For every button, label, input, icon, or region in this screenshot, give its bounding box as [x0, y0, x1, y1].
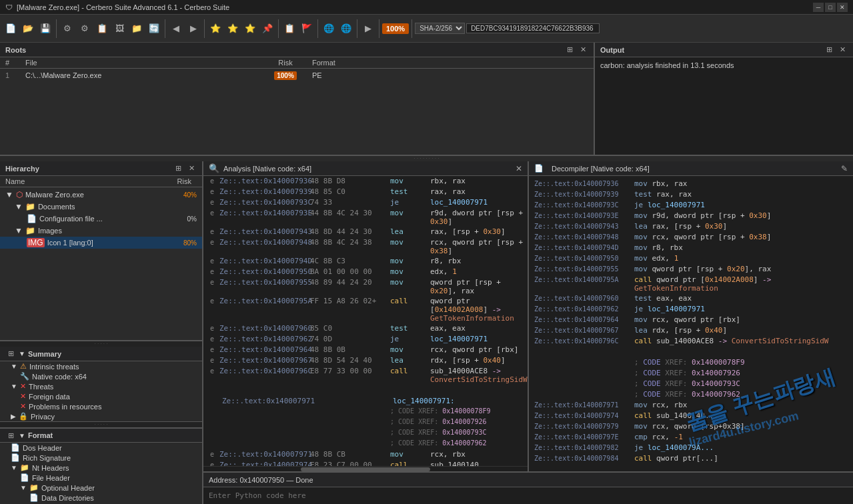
- output-maximize[interactable]: ⊞: [824, 45, 834, 55]
- asm-row[interactable]: e Ze::.text:0x140007974 E8 23 C7 00 00 c…: [203, 460, 528, 466]
- minimize-button[interactable]: ─: [813, 3, 824, 12]
- toolbar-star1[interactable]: ⭐: [207, 21, 223, 37]
- toolbar-save[interactable]: 💾: [37, 21, 53, 37]
- hierarchy-item-config[interactable]: 📄 Configuration file ... 0%: [0, 213, 202, 225]
- roots-maximize[interactable]: ⊞: [564, 45, 575, 55]
- asm-bytes: 48 8B D8: [310, 177, 390, 185]
- roots-panel: Roots ⊞ ✕ # File Risk Format 1 C:\...\Ma…: [0, 43, 595, 155]
- problems-resources-item[interactable]: ✕ Problems in resources: [0, 401, 202, 411]
- asm-prefix: e: [203, 228, 217, 235]
- item-label: Icon 1 [lang:0]: [47, 239, 183, 247]
- output-panel-controls[interactable]: ⊞ ✕: [824, 45, 848, 55]
- hierarchy-item-documents[interactable]: ▼ 📁 Documents: [0, 201, 202, 213]
- asm-row[interactable]: e Ze::.text:0x140007967 48 8D 54 24 40 l…: [203, 355, 528, 366]
- toolbar-arrow-left[interactable]: ◀: [168, 21, 184, 37]
- decomp-code: lea rdx, [rsp + 0x40]: [634, 326, 848, 335]
- titlebar-left: 🛡 [Malware Zero.exe] - Cerbero Suite Adv…: [5, 3, 229, 11]
- toolbar-star3[interactable]: ⭐: [242, 21, 258, 37]
- toolbar-doc[interactable]: 📋: [94, 21, 110, 37]
- asm-row[interactable]: e Ze::.text:0x140007936 48 8B D8 mov rbx…: [203, 176, 528, 187]
- file-header-item[interactable]: 📄 File Header: [0, 473, 202, 483]
- panel-controls[interactable]: ⊞: [5, 349, 16, 359]
- format-drag-handle[interactable]: · · · · ·: [0, 422, 202, 427]
- toolbar-img[interactable]: 🖼: [111, 21, 127, 37]
- dos-header-item[interactable]: 📄 Dos Header: [0, 443, 202, 453]
- toolbar-open[interactable]: 📂: [20, 21, 36, 37]
- asm-row[interactable]: e Ze::.text:0x140007964 48 8B 0B mov rcx…: [203, 345, 528, 355]
- roots-panel-controls[interactable]: ⊞ ✕: [564, 45, 588, 55]
- format-header[interactable]: ⊞ ▼ Format: [0, 428, 202, 443]
- roots-close[interactable]: ✕: [578, 45, 588, 55]
- hierarchy-controls[interactable]: ⊞ ✕: [173, 163, 197, 174]
- data-dirs-item[interactable]: 📄 Data Directories: [0, 493, 202, 503]
- hash-algorithm-select[interactable]: SHA-2/256: [415, 23, 465, 34]
- nt-headers-arrow: ▼: [11, 464, 17, 471]
- toolbar-file[interactable]: 📁: [129, 21, 145, 37]
- format-panel-ctrl[interactable]: ⊞: [5, 430, 16, 441]
- python-input-bar[interactable]: [203, 487, 853, 504]
- optional-header-item[interactable]: ▼ 📁 Optional Header: [0, 483, 202, 493]
- privacy-item[interactable]: ▶ 🔒 Privacy: [0, 411, 202, 421]
- threats-item[interactable]: ▼ ✕ Threats: [0, 381, 202, 391]
- decomp-addr: Ze::.text:0x140007962: [534, 305, 634, 313]
- toolbar-settings[interactable]: ⚙: [59, 21, 75, 37]
- python-input[interactable]: [209, 491, 848, 500]
- hierarchy-close[interactable]: ✕: [186, 163, 197, 174]
- hierarchy-item-exe[interactable]: ▼ ⬡ Malware Zero.exe 40%: [0, 189, 202, 201]
- maximize-button[interactable]: □: [825, 3, 836, 12]
- asm-row[interactable]: e Ze::.text:0x140007943 48 8D 44 24 30 l…: [203, 227, 528, 237]
- asm-row[interactable]: e Ze::.text:0x140007971 48 8B CB mov rcx…: [203, 449, 528, 460]
- decompiler-content[interactable]: Ze::.text:0x140007936 mov rbx, rax Ze::.…: [529, 176, 853, 471]
- asm-row[interactable]: e Ze::.text:0x140007955 48 89 44 24 20 m…: [203, 277, 528, 296]
- decompiler-edit-btn[interactable]: ✎: [841, 164, 848, 173]
- item-label: Images: [38, 227, 197, 235]
- format-arrow: ▼: [19, 432, 25, 439]
- drag-handle-top[interactable]: · · · · · · · · ·: [0, 156, 853, 161]
- col-num: #: [5, 59, 25, 67]
- intrinsic-threats-item[interactable]: ▼ ⚠ Intrinsic threats: [0, 361, 202, 371]
- asm-row[interactable]: e Ze::.text:0x140007950 BA 01 00 00 00 m…: [203, 267, 528, 277]
- nt-headers-item[interactable]: ▼ 📁 Nt Headers: [0, 463, 202, 473]
- toolbar-arrow-right[interactable]: ▶: [185, 21, 201, 37]
- asm-row[interactable]: e Ze::.text:0x140007962 74 0D je loc_140…: [203, 334, 528, 345]
- foreign-data-item[interactable]: ✕ Foreign data: [0, 391, 202, 401]
- asm-row[interactable]: e Ze::.text:0x14000793E 44 8B 4C 24 30 m…: [203, 208, 528, 227]
- asm-ops: qword ptr [rsp + 0x20], rax: [430, 278, 528, 295]
- bottom-bar: Address: 0x140007950 — Done: [203, 471, 853, 504]
- hierarchy-item-icon1[interactable]: IMG Icon 1 [lang:0] 80%: [0, 237, 202, 249]
- decomp-comment-row: ; CODE XREF: 0x14000793C: [534, 379, 848, 389]
- asm-row[interactable]: e Ze::.text:0x140007960 85 C0 test eax, …: [203, 323, 528, 334]
- toolbar-copy[interactable]: 📋: [281, 21, 297, 37]
- toolbar-refresh[interactable]: 🔄: [146, 21, 162, 37]
- toolbar-globe[interactable]: 🌐: [321, 21, 337, 37]
- toolbar-settings2[interactable]: ⚙: [77, 21, 93, 37]
- summary-header[interactable]: ⊞ ▼ Summary: [0, 347, 202, 361]
- rich-sig-item[interactable]: 📄 Rich Signature: [0, 453, 202, 463]
- toolbar-new[interactable]: 📄: [3, 21, 19, 37]
- disasm-content[interactable]: e Ze::.text:0x140007936 48 8B D8 mov rbx…: [203, 176, 528, 466]
- asm-row[interactable]: e Ze::.text:0x140007939 48 85 C0 test ra…: [203, 187, 528, 197]
- titlebar-controls[interactable]: ─ □ ✕: [813, 3, 848, 12]
- output-close[interactable]: ✕: [837, 45, 848, 55]
- asm-row[interactable]: e Ze::.text:0x14000794D 4C 8B C3 mov r8,…: [203, 256, 528, 267]
- asm-row[interactable]: e Ze::.text:0x140007948 48 8B 4C 24 38 m…: [203, 237, 528, 256]
- roots-row[interactable]: 1 C:\...\Malware Zero.exe 100% PE: [5, 70, 588, 81]
- sidebar-drag-handle[interactable]: · · · · ·: [0, 341, 202, 347]
- close-button[interactable]: ✕: [837, 3, 848, 12]
- asm-row[interactable]: e Ze::.text:0x14000793C 74 33 je loc_140…: [203, 197, 528, 208]
- hierarchy-item-images[interactable]: ▼ 📁 Images: [0, 225, 202, 237]
- item-risk: 80%: [183, 239, 197, 247]
- asm-row[interactable]: e Ze::.text:0x14000796C E8 77 33 00 00 c…: [203, 366, 528, 385]
- hierarchy-maximize[interactable]: ⊞: [173, 163, 183, 174]
- toolbar-star2[interactable]: ⭐: [225, 21, 241, 37]
- asm-row[interactable]: e Ze::.text:0x14000795A FF 15 A8 26 02+ …: [203, 296, 528, 323]
- disasm-close-btn[interactable]: ✕: [516, 164, 522, 173]
- disasm-hscroll[interactable]: [203, 466, 528, 471]
- toolbar-globe2[interactable]: 🌐: [338, 21, 354, 37]
- hash-value-input[interactable]: [466, 23, 600, 33]
- toolbar-flag[interactable]: 🚩: [299, 21, 315, 37]
- disasm-search-btn[interactable]: 🔍: [209, 163, 219, 173]
- toolbar-analyze[interactable]: ▶: [360, 21, 376, 37]
- toolbar-pin[interactable]: 📌: [259, 21, 275, 37]
- native-code-item[interactable]: 🔧 Native code: x64: [0, 371, 202, 381]
